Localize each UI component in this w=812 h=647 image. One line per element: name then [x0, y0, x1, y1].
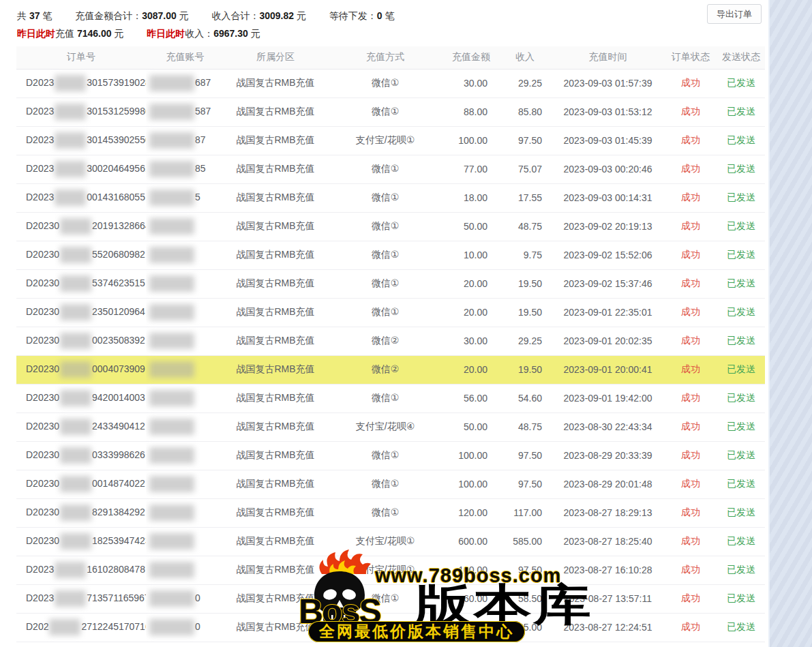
- time-cell: 2023-09-02 20:19:13: [552, 212, 664, 241]
- table-row[interactable]: D202300143168055 5 战国复古RMB充值 微信① 18.00 1…: [16, 183, 765, 212]
- redacted-blur: [60, 361, 91, 378]
- table-row[interactable]: D202309420014003 战国复古RMB充值 微信① 56.00 54.…: [16, 384, 765, 412]
- order-status-badge: 成功: [664, 241, 717, 269]
- zone-cell: 战国复古RMB充值: [224, 69, 327, 97]
- method-cell: 微信①: [327, 384, 444, 412]
- pending-count-value: 0: [377, 10, 382, 21]
- send-status-badge: 已发送: [717, 269, 765, 298]
- zone-cell: 战国复古RMB充值: [224, 298, 327, 327]
- zone-cell: 战国复古RMB充值: [224, 556, 327, 584]
- redacted-blur: [60, 304, 91, 320]
- income-cell: 97.50: [498, 126, 552, 155]
- income-cell: 58.50: [498, 584, 552, 613]
- order-status-badge: 成功: [664, 97, 717, 126]
- zone-cell: 战国复古RMB充值: [224, 269, 327, 298]
- zone-cell: 战国复古RMB充值: [224, 613, 327, 642]
- order-status-badge: 成功: [664, 470, 717, 498]
- time-cell: 2023-08-27 18:29:13: [552, 498, 664, 527]
- table-row[interactable]: D202302433490412 战国复古RMB充值 支付宝/花呗④ 50.00…: [16, 412, 765, 441]
- table-row[interactable]: D202305374623515 战国复古RMB充值 微信① 20.00 19.…: [16, 269, 765, 298]
- zone-cell: 战国复古RMB充值: [224, 327, 327, 355]
- redacted-blur: [149, 218, 194, 235]
- income-cell: 195.00: [498, 613, 552, 642]
- zone-cell: 战国复古RMB充值: [224, 470, 327, 498]
- time-cell: 2023-09-03 00:14:31: [552, 183, 664, 212]
- send-status-badge: 已发送: [717, 69, 765, 97]
- summary-line-2: 昨日此时充值 7146.00 元 昨日此时收入：6967.30 元: [17, 25, 699, 42]
- order-no-cell: D202305374623515: [16, 269, 146, 298]
- table-row[interactable]: D202302350120964 战国复古RMB充值 微信① 20.00 19.…: [16, 298, 765, 327]
- income-cell: 117.00: [498, 498, 552, 527]
- table-row[interactable]: D2023020191328664 战国复古RMB充值 微信① 50.00 48…: [16, 212, 765, 241]
- time-cell: 2023-09-02 15:52:06: [552, 241, 664, 269]
- amount-cell: 20.00: [444, 269, 498, 298]
- export-orders-button[interactable]: 导出订单: [707, 4, 762, 24]
- send-status-badge: 已发送: [717, 355, 765, 384]
- redacted-blur: [149, 132, 194, 149]
- total-count-value: 37: [29, 10, 40, 21]
- time-cell: 2023-08-27 18:25:40: [552, 527, 664, 556]
- table-row[interactable]: D2023301531259986 587 战国复古RMB充值 微信① 88.0…: [16, 97, 765, 126]
- income-cell: 17.55: [498, 183, 552, 212]
- redacted-blur: [60, 275, 91, 292]
- table-row[interactable]: D202316102808478 战国复古RMB充值 支付宝/花呗① 100.0…: [16, 556, 765, 584]
- table-row[interactable]: D2023301453902556 87 战国复古RMB充值 支付宝/花呗① 1…: [16, 126, 765, 155]
- method-cell: 微信①: [327, 584, 444, 613]
- income-total-value: 3009.82: [259, 10, 294, 21]
- col-header-account: 充值账号: [146, 46, 224, 69]
- account-cell: [146, 327, 224, 355]
- order-status-badge: 成功: [664, 298, 717, 327]
- amount-cell: 600.00: [444, 527, 498, 556]
- amount-cell: 50.00: [444, 412, 498, 441]
- income-cell: 585.00: [498, 527, 552, 556]
- table-row[interactable]: D202300333998626 战国复古RMB充值 微信① 100.00 97…: [16, 441, 765, 470]
- table-row[interactable]: D202300023508392 战国复古RMB充值 微信② 30.00 29.…: [16, 327, 765, 355]
- table-row[interactable]: D2023018253947423 战国复古RMB充值 支付宝/花呗① 600.…: [16, 527, 765, 556]
- redacted-blur: [49, 619, 80, 635]
- time-cell: 2023-09-01 20:00:41: [552, 355, 664, 384]
- amount-cell: 20.00: [444, 298, 498, 327]
- zone-cell: 战国复古RMB充值: [224, 97, 327, 126]
- amount-cell: 60.00: [444, 584, 498, 613]
- redacted-blur: [55, 562, 86, 578]
- redacted-blur: [149, 247, 194, 263]
- order-no-cell: D202316102808478: [16, 556, 146, 584]
- amount-cell: 30.00: [444, 69, 498, 97]
- income-cell: 19.50: [498, 355, 552, 384]
- time-cell: 2023-08-27 12:24:51: [552, 613, 664, 642]
- zone-cell: 战国复古RMB充值: [224, 527, 327, 556]
- table-row[interactable]: D2022712245170716 0 战国复古RMB充值 微信① 200.00…: [16, 613, 765, 642]
- total-count-label: 共 37 笔: [17, 10, 52, 21]
- income-cell: 48.75: [498, 412, 552, 441]
- send-status-badge: 已发送: [717, 384, 765, 412]
- table-row[interactable]: D2023300204649561 85 战国复古RMB充值 微信① 77.00…: [16, 155, 765, 183]
- table-row[interactable]: D202300004073909 战国复古RMB充值 微信② 20.00 19.…: [16, 355, 765, 384]
- table-row[interactable]: D2023713571165967 0 战国复古RMB充值 微信① 60.00 …: [16, 584, 765, 613]
- time-cell: 2023-09-03 01:45:39: [552, 126, 664, 155]
- order-no-cell: D202305520680982: [16, 241, 146, 269]
- send-status-badge: 已发送: [717, 97, 765, 126]
- amount-cell: 77.00: [444, 155, 498, 183]
- table-row[interactable]: D202300014874022 战国复古RMB充值 微信① 100.00 97…: [16, 470, 765, 498]
- col-header-income: 收入: [498, 46, 552, 69]
- summary-line-1: 共 37 笔 充值金额合计：3087.00 元 收入合计：3009.82 元 等…: [17, 7, 699, 25]
- method-cell: 微信①: [327, 212, 444, 241]
- col-header-send-status: 发送状态: [717, 46, 765, 69]
- table-row[interactable]: D2023301573919028 687 战国复古RMB充值 微信① 30.0…: [16, 69, 765, 97]
- redacted-blur: [149, 562, 194, 578]
- order-status-badge: 成功: [664, 412, 717, 441]
- table-row[interactable]: D202308291384292 战国复古RMB充值 微信① 120.00 11…: [16, 498, 765, 527]
- order-status-badge: 成功: [664, 498, 717, 527]
- redacted-blur: [149, 333, 194, 349]
- redacted-blur: [149, 361, 194, 378]
- redacted-blur: [55, 75, 86, 91]
- amount-cell: 18.00: [444, 183, 498, 212]
- redacted-blur: [55, 132, 86, 149]
- send-status-badge: 已发送: [717, 498, 765, 527]
- time-cell: 2023-08-27 16:10:28: [552, 556, 664, 584]
- amount-cell: 88.00: [444, 97, 498, 126]
- send-status-badge: 已发送: [717, 613, 765, 642]
- order-no-cell: D2023713571165967: [16, 584, 146, 613]
- table-row[interactable]: D202305520680982 战国复古RMB充值 微信① 10.00 9.7…: [16, 241, 765, 269]
- order-no-cell: D202309420014003: [16, 384, 146, 412]
